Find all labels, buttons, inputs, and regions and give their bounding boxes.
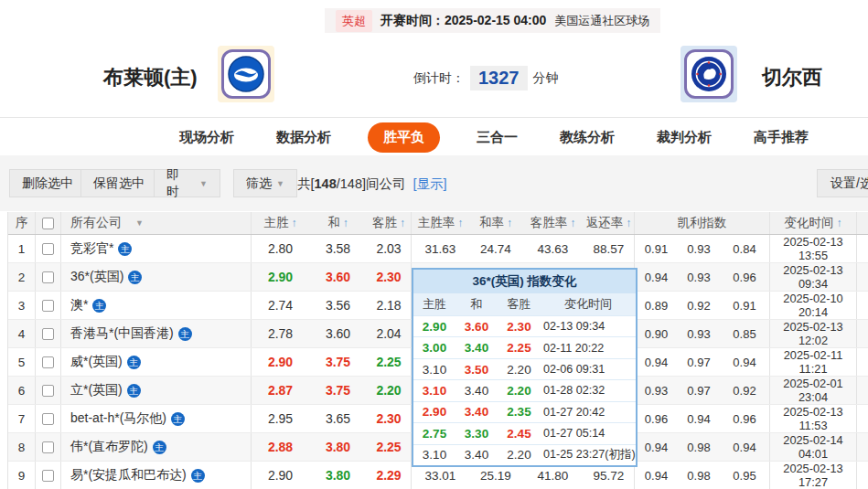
odds-away[interactable]: 2.04 (367, 320, 411, 347)
odds-away[interactable]: 2.29 (367, 462, 411, 489)
row-index: 9 (8, 462, 35, 489)
odds-home[interactable]: 2.90 (251, 462, 309, 489)
show-link[interactable]: [显示] (413, 176, 446, 191)
kelly-value: 0.96 (634, 405, 678, 432)
filter-dropdown[interactable]: 筛选▼ (233, 169, 297, 197)
odds-draw[interactable]: 3.75 (309, 348, 367, 376)
col-company[interactable]: 所有公司▼ (60, 212, 251, 234)
odds-home[interactable]: 2.87 (251, 377, 309, 404)
kelly-value: 0.91 (634, 235, 678, 262)
time-mode-dropdown[interactable]: 即时▼ (154, 169, 220, 197)
col-return-rate[interactable]: 返还率↑ (584, 212, 634, 234)
popup-row: 3.103.402.2001-28 02:32 (413, 379, 636, 400)
col-change-time[interactable]: 变化时间↑ (769, 212, 856, 234)
odds-draw[interactable]: 3.65 (309, 405, 367, 432)
row-checkbox[interactable] (42, 470, 54, 482)
home-team-logo (218, 46, 274, 102)
kelly-value: 0.84 (720, 235, 769, 262)
row-index: 2 (8, 263, 35, 291)
odds-home[interactable]: 2.78 (251, 320, 309, 347)
row-checkbox[interactable] (42, 385, 54, 397)
nav-tab[interactable]: 三合一 (471, 122, 523, 153)
popup-odds-home: 2.90 (413, 320, 455, 334)
row-index: 1 (8, 235, 35, 262)
company-cell[interactable]: 香港马*(中国香港)主 (60, 320, 251, 347)
nav-tab[interactable]: 高手推荐 (748, 122, 814, 153)
row-checkbox[interactable] (42, 243, 54, 255)
keep-selected-button[interactable]: 保留选中 (80, 169, 157, 197)
odds-away[interactable]: 2.03 (367, 235, 411, 262)
col-index: 序 (8, 212, 35, 234)
odds-draw[interactable]: 3.80 (309, 462, 367, 489)
col-draw-rate[interactable]: 和率↑ (469, 212, 522, 234)
row-checkbox[interactable] (42, 441, 54, 453)
chelsea-crest-icon (691, 56, 727, 92)
company-cell[interactable]: 立*(英国)主 (60, 377, 251, 404)
odds-away[interactable]: 2.25 (367, 348, 411, 376)
row-checkbox[interactable] (42, 413, 54, 425)
kelly-value: 0.90 (634, 320, 678, 347)
col-away[interactable]: 客胜↑ (367, 212, 411, 234)
settings-button[interactable]: 设置/选择 (817, 169, 868, 197)
away-team-logo (680, 46, 737, 102)
row-checkbox[interactable] (42, 328, 54, 340)
odds-home[interactable]: 2.90 (251, 348, 309, 376)
change-time: 2025-02-13 13:55 (769, 235, 856, 262)
popup-odds-home: 3.10 (413, 448, 455, 462)
popup-odds-home: 2.90 (413, 405, 455, 419)
popup-header-row: 主胜 和 客胜 变化时间 (413, 293, 636, 315)
change-time: 2025-02-13 17:27 (769, 462, 856, 489)
select-all-checkbox[interactable] (42, 218, 54, 229)
odds-home[interactable]: 2.80 (251, 235, 309, 262)
kelly-value: 0.94 (720, 348, 769, 376)
odds-draw[interactable]: 3.80 (309, 433, 367, 461)
row-checkbox[interactable] (42, 271, 54, 283)
row-checkbox[interactable] (42, 356, 54, 368)
col-home[interactable]: 主胜↑ (251, 212, 309, 234)
company-cell[interactable]: 澳*主 (60, 292, 251, 319)
odds-draw[interactable]: 3.60 (309, 263, 367, 291)
company-cell[interactable]: 36*(英国)主 (60, 263, 251, 291)
nav-tab[interactable]: 教练分析 (554, 122, 620, 153)
odds-draw[interactable]: 3.58 (309, 235, 367, 262)
table-row: 1竞彩官*主2.803.582.0331.6324.7443.6388.570.… (8, 235, 868, 263)
extra-cell (856, 405, 868, 432)
company-name: 澳* (70, 297, 88, 314)
row-checkbox[interactable] (42, 300, 54, 312)
odds-home[interactable]: 2.88 (251, 433, 309, 461)
kelly-value: 0.98 (678, 462, 720, 489)
nav-tab[interactable]: 裁判分析 (651, 122, 717, 153)
company-cell[interactable]: 竞彩官*主 (60, 235, 251, 262)
company-cell[interactable]: bet-at-h*(马尔他)主 (60, 405, 251, 432)
row-index: 4 (8, 320, 35, 347)
odds-away[interactable]: 2.30 (367, 405, 411, 432)
col-home-rate[interactable]: 主胜率↑ (411, 212, 469, 234)
odds-home[interactable]: 2.90 (251, 263, 309, 291)
odds-draw[interactable]: 3.75 (309, 377, 367, 404)
change-time: 2025-02-14 04:01 (769, 433, 856, 461)
odds-away[interactable]: 2.18 (367, 292, 411, 319)
nav-tab[interactable]: 胜平负 (368, 122, 440, 153)
company-cell[interactable]: 伟*(直布罗陀)主 (60, 433, 251, 461)
nav-tab[interactable]: 现场分析 (174, 122, 240, 153)
popup-title: 36*(英国) 指数变化 (413, 270, 636, 293)
delete-selected-button[interactable]: 删除选中 (9, 169, 86, 197)
odds-home[interactable]: 2.95 (251, 405, 309, 432)
odds-home[interactable]: 2.74 (251, 292, 309, 319)
popup-col-home: 主胜 (413, 296, 455, 313)
nav-tab[interactable]: 数据分析 (271, 122, 337, 153)
odds-away[interactable]: 2.30 (367, 263, 411, 291)
col-checkbox (35, 212, 60, 234)
odds-draw[interactable]: 3.56 (309, 292, 367, 319)
row-checkbox-cell (35, 292, 60, 319)
col-draw[interactable]: 和↑ (309, 212, 367, 234)
row-checkbox-cell (35, 377, 60, 404)
odds-draw[interactable]: 3.60 (309, 320, 367, 347)
company-name: 威*(英国) (70, 354, 123, 370)
company-cell[interactable]: 易*(安提瓜和巴布达)主 (60, 462, 251, 489)
odds-away[interactable]: 2.25 (367, 433, 411, 461)
odds-away[interactable]: 2.20 (367, 377, 411, 404)
company-cell[interactable]: 威*(英国)主 (60, 348, 251, 376)
col-away-rate[interactable]: 客胜率↑ (522, 212, 584, 234)
popup-odds-away: 2.30 (498, 320, 541, 334)
